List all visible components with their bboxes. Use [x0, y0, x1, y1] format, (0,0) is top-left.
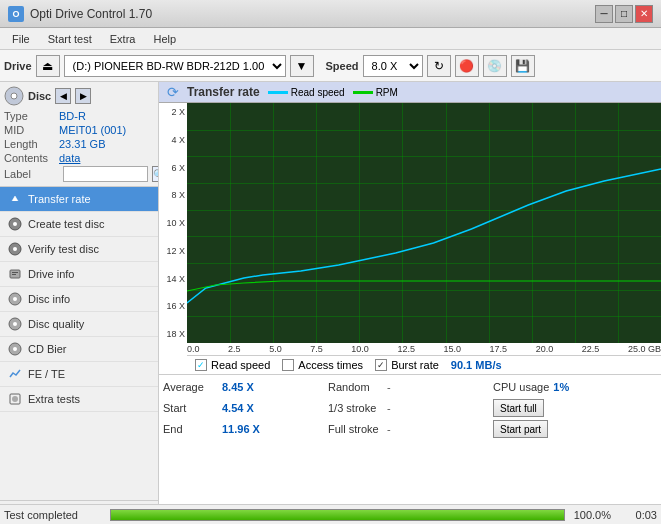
nav-item-disc-info-label: Disc info: [28, 293, 70, 305]
verify-test-disc-icon: [8, 242, 22, 256]
menu-extra[interactable]: Extra: [102, 31, 144, 47]
transfer-rate-icon: [8, 192, 22, 206]
close-button[interactable]: ✕: [635, 5, 653, 23]
stat-1-3-stroke: 1/3 stroke -: [328, 399, 492, 417]
nav-item-extra-tests[interactable]: Extra tests: [0, 387, 158, 412]
progress-bar-container: [110, 509, 565, 521]
checkbox-burst-rate-box[interactable]: ✓: [375, 359, 387, 371]
svg-point-4: [13, 222, 17, 226]
menu-start-test[interactable]: Start test: [40, 31, 100, 47]
title-controls: ─ □ ✕: [595, 5, 653, 23]
svg-rect-9: [12, 274, 16, 275]
legend-read-speed: Read speed: [268, 87, 345, 98]
checkbox-burst-rate[interactable]: ✓ Burst rate: [375, 359, 439, 371]
svg-point-11: [13, 297, 17, 301]
checkbox-access-times[interactable]: Access times: [282, 359, 363, 371]
drive-eject-icon[interactable]: ⏏: [36, 55, 60, 77]
stat-cpu-usage: CPU usage 1%: [493, 378, 657, 396]
drive-select[interactable]: (D:) PIONEER BD-RW BDR-212D 1.00: [64, 55, 286, 77]
menu-help[interactable]: Help: [145, 31, 184, 47]
disc-contents-value[interactable]: data: [59, 152, 80, 164]
x-axis: 0.0 2.5 5.0 7.5 10.0 12.5 15.0 17.5 20.0…: [187, 343, 661, 355]
disc-label-go-button[interactable]: 🔍: [152, 166, 159, 182]
stat-average-value: 8.45 X: [222, 381, 254, 393]
stat-random-value: -: [387, 381, 391, 393]
disc-length-row: Length 23.31 GB: [4, 138, 154, 150]
disc-info-icon: [8, 292, 22, 306]
stat-end-value: 11.96 X: [222, 423, 260, 435]
progress-bar: [111, 510, 564, 520]
disc-icon: [4, 86, 24, 106]
extra-tests-icon: [8, 392, 22, 406]
stat-cpu-value: 1%: [553, 381, 569, 393]
nav-menu: Transfer rate Create test disc: [0, 187, 158, 500]
nav-item-transfer-rate[interactable]: Transfer rate: [0, 187, 158, 212]
save-button[interactable]: 💾: [511, 55, 535, 77]
menu-file[interactable]: File: [4, 31, 38, 47]
disc-contents-row: Contents data: [4, 152, 154, 164]
nav-item-fe-te[interactable]: FE / TE: [0, 362, 158, 387]
start-part-button[interactable]: Start part: [493, 420, 548, 438]
settings-button[interactable]: 🔴: [455, 55, 479, 77]
stat-random-label: Random: [328, 381, 383, 393]
chart-title-bar: ⟳ Transfer rate Read speed RPM: [159, 82, 661, 103]
drive-refresh-button[interactable]: ▼: [290, 55, 314, 77]
disc-label-input[interactable]: [63, 166, 148, 182]
progress-percent: 100.0%: [571, 509, 611, 521]
app-icon: O: [8, 6, 24, 22]
disc-next-button[interactable]: ▶: [75, 88, 91, 104]
disc-label-row: Label 🔍: [4, 166, 154, 182]
disc-quality-icon: [8, 317, 22, 331]
stat-start-value: 4.54 X: [222, 402, 254, 414]
legend-rpm-color: [353, 91, 373, 94]
nav-item-disc-quality-label: Disc quality: [28, 318, 84, 330]
info-button[interactable]: 💿: [483, 55, 507, 77]
nav-item-create-test-disc-label: Create test disc: [28, 218, 104, 230]
nav-item-disc-info[interactable]: Disc info: [0, 287, 158, 312]
checkbox-read-speed-box[interactable]: ✓: [195, 359, 207, 371]
disc-contents-label: Contents: [4, 152, 59, 164]
nav-item-disc-quality[interactable]: Disc quality: [0, 312, 158, 337]
stats-col-3: CPU usage 1% Start full Start part: [493, 378, 657, 438]
speed-select[interactable]: 8.0 X: [363, 55, 423, 77]
legend-rpm-label: RPM: [376, 87, 398, 98]
disc-length-value: 23.31 GB: [59, 138, 105, 150]
svg-point-6: [13, 247, 17, 251]
minimize-button[interactable]: ─: [595, 5, 613, 23]
svg-point-1: [11, 93, 17, 99]
disc-length-label: Length: [4, 138, 59, 150]
legend-read-speed-label: Read speed: [291, 87, 345, 98]
checkbox-access-times-box[interactable]: [282, 359, 294, 371]
stat-random: Random -: [328, 378, 492, 396]
maximize-button[interactable]: □: [615, 5, 633, 23]
burst-rate-value: 90.1 MB/s: [451, 359, 502, 371]
stat-cpu-label: CPU usage: [493, 381, 549, 393]
nav-item-extra-tests-label: Extra tests: [28, 393, 80, 405]
disc-prev-button[interactable]: ◀: [55, 88, 71, 104]
nav-item-create-test-disc[interactable]: Create test disc: [0, 212, 158, 237]
nav-item-cd-bier[interactable]: CD Bier: [0, 337, 158, 362]
disc-mid-value: MEIT01 (001): [59, 124, 126, 136]
disc-type-row: Type BD-R: [4, 110, 154, 122]
status-text: Test completed: [4, 509, 104, 521]
nav-item-verify-test-disc[interactable]: Verify test disc: [0, 237, 158, 262]
title-bar: O Opti Drive Control 1.70 ─ □ ✕: [0, 0, 661, 28]
svg-point-13: [13, 322, 17, 326]
chart-inner: [187, 103, 661, 343]
start-full-button[interactable]: Start full: [493, 399, 544, 417]
stat-average-label: Average: [163, 381, 218, 393]
checkbox-read-speed[interactable]: ✓ Read speed: [195, 359, 270, 371]
disc-label-label: Label: [4, 168, 59, 180]
legend-read-speed-color: [268, 91, 288, 94]
speed-refresh-button[interactable]: ↻: [427, 55, 451, 77]
stat-end-label: End: [163, 423, 218, 435]
menu-bar: File Start test Extra Help: [0, 28, 661, 50]
stat-start-full-row: Start full: [493, 399, 657, 417]
disc-title: Disc: [28, 90, 51, 102]
nav-item-drive-info[interactable]: Drive info: [0, 262, 158, 287]
left-panel: Disc ◀ ▶ Type BD-R MID MEIT01 (001) Leng…: [0, 82, 159, 524]
nav-item-fe-te-label: FE / TE: [28, 368, 65, 380]
disc-section: Disc ◀ ▶ Type BD-R MID MEIT01 (001) Leng…: [0, 82, 158, 187]
disc-mid-label: MID: [4, 124, 59, 136]
stat-full-stroke-label: Full stroke: [328, 423, 383, 435]
